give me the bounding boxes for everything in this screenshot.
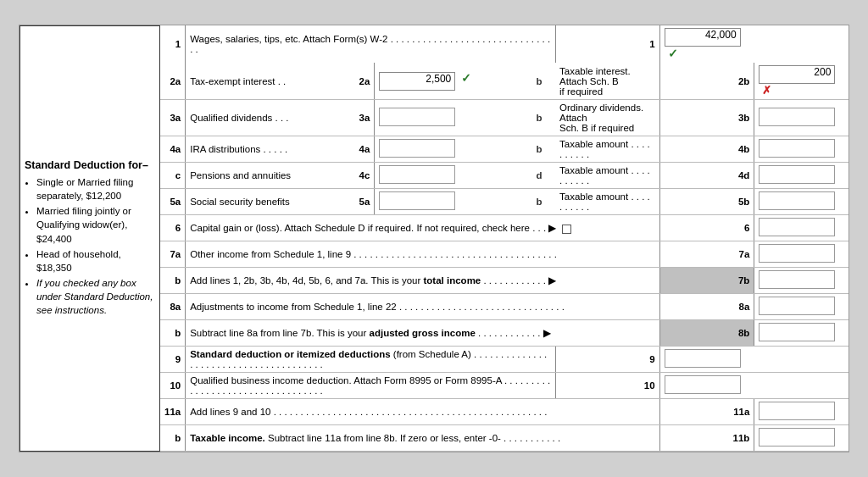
row-desc: Tax-exempt interest . .	[186, 63, 342, 100]
row-number: 10	[160, 373, 186, 399]
row-number: 11a	[160, 399, 186, 425]
sidebar-item: Single or Married filing separately, $12…	[36, 175, 155, 202]
pensions-input[interactable]	[379, 165, 455, 184]
input-cell	[754, 241, 849, 268]
check-red-icon: ✗	[762, 84, 771, 97]
row-number: b	[160, 425, 186, 452]
sidebar-item: Married filing jointly or Qualifying wid…	[36, 204, 155, 245]
tax-exempt-input[interactable]: 2,500	[379, 72, 455, 91]
row-number: 7a	[160, 241, 186, 268]
row-desc: Taxable income. Subtract line 11a from l…	[186, 425, 659, 452]
box-label: 5a	[342, 189, 375, 215]
right-desc: Taxable interest. Attach Sch. Bif requir…	[555, 63, 659, 100]
input-cell	[754, 215, 849, 241]
input-cell	[754, 294, 849, 320]
taxable-soc-sec-input[interactable]	[759, 191, 835, 210]
total-income-input[interactable]	[759, 270, 835, 289]
box-label: 6	[659, 215, 754, 241]
b-label: b	[531, 63, 555, 100]
right-desc: Taxable amount . . . . . . . . . .	[555, 189, 659, 215]
lines-9-10-input[interactable]	[759, 402, 835, 420]
input-cell	[754, 425, 849, 452]
std-deduction-input[interactable]	[665, 349, 741, 368]
d-label: d	[531, 163, 555, 189]
row-desc: Add lines 1, 2b, 3b, 4b, 4d, 5b, 6, and …	[186, 268, 659, 294]
box-label: 10	[555, 373, 659, 399]
bold-text: Taxable income.	[190, 433, 265, 443]
box-label: 9	[555, 347, 659, 373]
row-desc: Subtract line 8a from line 7b. This is y…	[186, 320, 659, 347]
adjustments-input[interactable]	[759, 297, 835, 315]
taxable-income-input[interactable]	[759, 428, 835, 446]
other-income-input[interactable]	[759, 244, 835, 263]
row-desc: Standard deduction or itemized deduction…	[186, 347, 555, 373]
row-desc: Other income from Schedule 1, line 9 . .…	[186, 241, 659, 268]
table-row: Standard Deduction for– Single or Marrie…	[20, 25, 849, 63]
row-desc: Qualified business income deduction. Att…	[186, 373, 555, 399]
input-cell	[659, 373, 754, 399]
row-desc: Adjustments to income from Schedule 1, l…	[186, 294, 659, 320]
standard-deduction-sidebar: Standard Deduction for– Single or Marrie…	[20, 25, 160, 452]
row-desc: Add lines 9 and 10 . . . . . . . . . . .…	[186, 399, 659, 425]
input-cell	[375, 100, 532, 136]
box-label: 11a	[659, 399, 754, 425]
row-number: b	[160, 320, 186, 347]
input-cell	[754, 163, 849, 189]
bold-text: Standard deduction or itemized deduction…	[190, 349, 390, 359]
taxable-ira-input[interactable]	[759, 139, 835, 158]
taxable-interest-input[interactable]: 200	[759, 65, 835, 84]
sidebar-title: Standard Deduction for–	[25, 158, 155, 172]
input-cell	[754, 189, 849, 215]
row-number: b	[160, 268, 186, 294]
checkbox-icon[interactable]	[562, 225, 571, 234]
right-desc: Taxable amount . . . . . . . . . .	[555, 136, 659, 163]
row-desc: IRA distributions . . . . .	[186, 136, 342, 163]
empty-cell	[754, 347, 849, 373]
b-label: b	[531, 136, 555, 163]
social-sec-input[interactable]	[379, 191, 455, 210]
box-label: 2b	[659, 63, 754, 100]
row-number: 6	[160, 215, 186, 241]
b-label: b	[531, 100, 555, 136]
row-number: 8a	[160, 294, 186, 320]
wages-input[interactable]: 42,000	[665, 28, 741, 47]
box-label: 8a	[659, 294, 754, 320]
qbi-deduction-input[interactable]	[665, 375, 741, 394]
empty-cell	[754, 373, 849, 399]
box-label: 3b	[659, 100, 754, 136]
ordinary-div-input[interactable]	[759, 108, 835, 126]
bold-text: total income	[424, 275, 481, 286]
input-cell	[659, 347, 754, 373]
taxable-pension-input[interactable]	[759, 165, 835, 184]
box-label: 2a	[342, 63, 375, 100]
row-desc: Social security benefits	[186, 189, 342, 215]
box-label: 11b	[659, 425, 754, 452]
box-label: 4c	[342, 163, 375, 189]
sidebar-item: Head of household, $18,350	[36, 247, 155, 275]
agi-input[interactable]	[759, 323, 835, 341]
row-number: 9	[160, 347, 186, 373]
box-label: 4b	[659, 136, 754, 163]
bold-text: adjusted gross income	[370, 328, 476, 338]
box-label: 8b	[659, 320, 754, 347]
capital-gain-input[interactable]	[759, 218, 835, 236]
row-desc: Pensions and annuities	[186, 163, 342, 189]
input-cell	[754, 268, 849, 294]
input-cell	[375, 136, 532, 163]
input-cell: 2,500 ✓	[375, 63, 532, 100]
check-green-icon: ✓	[668, 47, 678, 60]
input-cell	[754, 136, 849, 163]
box-label: 7a	[659, 241, 754, 268]
ira-dist-input[interactable]	[379, 139, 455, 158]
row-desc: Wages, salaries, tips, etc. Attach Form(…	[186, 25, 555, 63]
input-cell	[754, 100, 849, 136]
input-cell	[375, 189, 532, 215]
input-cell: 42,000 ✓	[659, 25, 754, 63]
row-number: 1	[160, 25, 186, 63]
check-green-icon: ✓	[461, 71, 471, 85]
sidebar-item: If you checked any box under Standard De…	[36, 276, 155, 317]
row-number: 4a	[160, 136, 186, 163]
box-label: 4d	[659, 163, 754, 189]
row-number: c	[160, 163, 186, 189]
qualified-div-input[interactable]	[379, 108, 455, 126]
